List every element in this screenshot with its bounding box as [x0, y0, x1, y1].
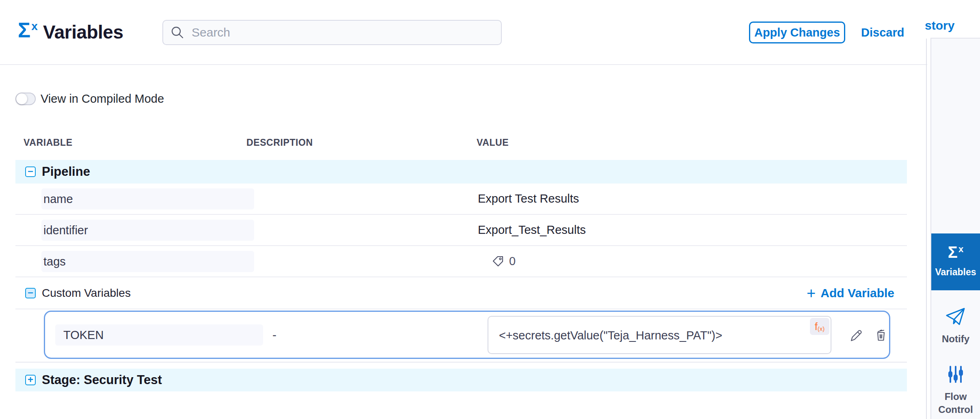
collapse-minus-icon[interactable]: −: [25, 166, 36, 177]
pipeline-studio-page: story Σx Variables Apply Changes Discard…: [0, 0, 980, 419]
paper-plane-icon: [945, 307, 966, 327]
pencil-icon: [848, 327, 863, 343]
table-row-identifier: identifier Export_Test_Results: [15, 215, 907, 246]
sidebar-item-label: Flow Control: [931, 390, 980, 416]
expression-fx-badge[interactable]: f(x): [810, 318, 829, 335]
search-icon: [171, 26, 184, 39]
flow-label-line1: Flow: [931, 390, 980, 403]
collapse-minus-icon[interactable]: −: [25, 288, 36, 298]
flow-label-line2: Control: [931, 403, 980, 416]
section-label-stage: Stage: Security Test: [42, 369, 162, 391]
fx-f: f: [815, 320, 818, 333]
sliders-icon: [945, 364, 966, 384]
right-sidebar: Σx Variables Notify: [930, 38, 980, 419]
table-row-tags: tags 0: [15, 246, 907, 277]
table-row-name: name Export Test Results: [15, 184, 907, 215]
compiled-mode-label: View in Compiled Mode: [41, 93, 164, 105]
sigma-x-icon: Σx: [931, 244, 980, 260]
variable-value-input[interactable]: [498, 317, 800, 354]
variable-description: -: [272, 312, 276, 358]
variables-drawer: Σx Variables Apply Changes Discard View …: [0, 0, 927, 419]
sigma-glyph: Σ: [18, 18, 30, 42]
plus-icon: +: [807, 287, 816, 299]
apply-changes-button[interactable]: Apply Changes: [749, 22, 845, 43]
page-title: Variables: [43, 21, 123, 43]
variable-value: Export_Test_Results: [478, 215, 586, 245]
discard-button[interactable]: Discard: [861, 26, 904, 39]
trash-icon: [873, 327, 889, 343]
variable-name-chip[interactable]: TOKEN: [55, 324, 263, 346]
section-row-pipeline: − Pipeline: [15, 160, 907, 184]
tags-count: 0: [509, 255, 516, 268]
search-box[interactable]: [162, 20, 502, 45]
fx-sub: (x): [818, 325, 825, 332]
sidebar-item-label: Notify: [931, 333, 980, 346]
drawer-right-edge: [926, 39, 927, 419]
sidebar-item-notify[interactable]: Notify: [931, 302, 980, 355]
expand-plus-icon[interactable]: +: [25, 375, 36, 385]
drawer-header: Σx Variables Apply Changes Discard: [0, 0, 927, 65]
sigma-sup-glyph: x: [31, 20, 38, 32]
sigma-glyph: Σ: [948, 243, 958, 261]
sidebar-item-variables[interactable]: Σx Variables: [931, 233, 980, 290]
tag-icon: [491, 255, 505, 268]
edit-variable-button[interactable]: [847, 326, 864, 343]
sigma-sup-glyph: x: [958, 244, 963, 254]
search-input[interactable]: [191, 25, 494, 40]
section-label-custom-variables: Custom Variables: [42, 277, 131, 309]
delete-variable-button[interactable]: [872, 326, 889, 343]
history-link-partial[interactable]: story: [925, 19, 954, 32]
sidebar-item-flow-control[interactable]: Flow Control: [931, 360, 980, 419]
sidebar-item-label: Variables: [931, 267, 980, 278]
column-header-variable: VARIABLE: [24, 137, 73, 148]
variable-name-chip[interactable]: identifier: [41, 220, 254, 241]
variable-name-chip[interactable]: name: [41, 188, 254, 210]
custom-variable-row-token[interactable]: TOKEN - f(x): [44, 311, 890, 359]
column-header-description: DESCRIPTION: [246, 137, 313, 148]
toggle-knob: [16, 93, 27, 104]
section-label-pipeline: Pipeline: [42, 160, 90, 184]
add-variable-label: Add Variable: [820, 286, 894, 300]
sigma-x-icon: Σx: [18, 19, 38, 41]
section-row-stage: + Stage: Security Test: [15, 369, 907, 391]
section-row-custom-variables: − Custom Variables + Add Variable: [15, 277, 907, 309]
variable-name-chip[interactable]: tags: [41, 251, 254, 272]
compiled-mode-toggle[interactable]: [15, 93, 36, 105]
custom-variable-row-zone: TOKEN - f(x): [15, 309, 907, 363]
variable-value: Export Test Results: [478, 184, 579, 214]
variable-value-input-wrap: f(x): [488, 316, 831, 354]
column-header-value: VALUE: [477, 137, 509, 148]
add-variable-button[interactable]: + Add Variable: [807, 277, 894, 309]
tags-value: 0: [491, 246, 516, 276]
